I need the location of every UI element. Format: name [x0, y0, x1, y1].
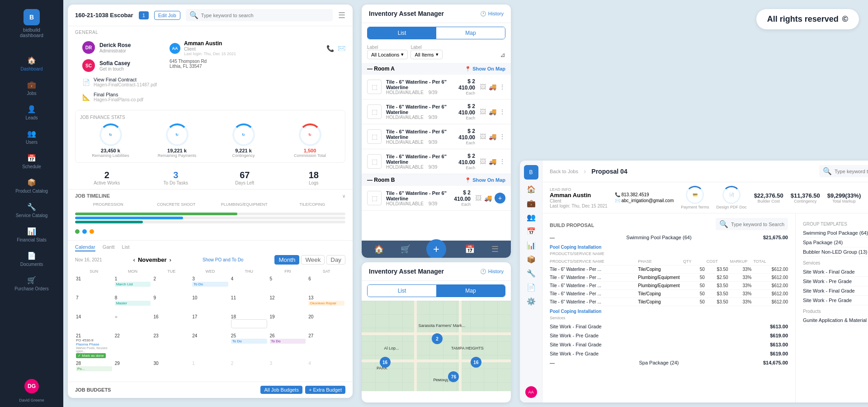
sidebar-item-service-catalog[interactable]: 🔧 Service Catalog: [0, 198, 63, 222]
show-po-label[interactable]: Show PO and To Do: [203, 257, 243, 262]
show-on-map-b[interactable]: 📍 Show On Map: [465, 177, 505, 183]
prop-side-schedule-icon[interactable]: 📅: [527, 227, 536, 236]
truck-icon-b1[interactable]: 🚚: [484, 194, 492, 202]
cal-day-19[interactable]: 19: [269, 313, 307, 331]
truck-icon-a1[interactable]: 🚚: [489, 83, 496, 90]
prop-side-box-icon[interactable]: 📦: [527, 255, 536, 264]
cal-day-7[interactable]: 7: [75, 294, 113, 312]
all-job-budgets-btn[interactable]: All Job Budgets: [260, 386, 302, 394]
view-week-btn[interactable]: Week: [301, 255, 325, 265]
email-icon[interactable]: ✉️: [338, 45, 345, 52]
cal-day-17[interactable]: 17: [191, 313, 229, 331]
cal-day-16[interactable]: 16: [152, 313, 190, 331]
tab-gantt[interactable]: Gantt: [103, 244, 115, 251]
sidebar-item-schedule[interactable]: 📅 Schedule: [0, 149, 63, 174]
cal-day-2[interactable]: 2: [152, 275, 190, 293]
prop-side-briefcase-icon[interactable]: 💼: [527, 199, 536, 208]
cal-day-dec-2[interactable]: 2: [230, 360, 268, 378]
cal-day-13[interactable]: 13Okonkwo Repair: [307, 294, 345, 312]
prop-side-home-icon[interactable]: 🏠: [527, 185, 536, 194]
proposal-search-input[interactable]: [835, 169, 868, 174]
view-day-btn[interactable]: Day: [326, 255, 345, 265]
filter-dropdown-2[interactable]: All Items ▾: [410, 50, 442, 59]
image-icon-a2[interactable]: 🖼: [480, 108, 486, 115]
nav-cart-icon[interactable]: 🛒: [401, 244, 410, 254]
cal-day-22[interactable]: 22: [114, 332, 152, 359]
show-on-map-a[interactable]: 📍 Show On Map: [465, 66, 505, 72]
prop-side-chart-icon[interactable]: 📊: [527, 241, 536, 250]
view-contract-file[interactable]: 📄 View Final Contract Hagen-FinalContrac…: [75, 75, 164, 90]
cal-day-25[interactable]: 25To Do: [230, 332, 268, 359]
cal-day-dec-3[interactable]: 3: [269, 360, 307, 378]
filter-dropdown-1[interactable]: All Locations ▾: [367, 50, 408, 59]
mark-done-btn[interactable]: ✓ Mark as done: [76, 353, 106, 358]
menu-icon[interactable]: ☰: [338, 10, 345, 20]
more-icon-a3[interactable]: ⋮: [499, 133, 505, 140]
inv-history-bottom[interactable]: 🕐 History: [480, 269, 504, 274]
cal-day-20[interactable]: 20: [307, 313, 345, 331]
sidebar-item-purchase-orders[interactable]: 🛒 Purchase Orders: [0, 271, 63, 296]
cal-day-26[interactable]: 26To Do: [269, 332, 307, 359]
nav-calendar-icon[interactable]: 📅: [465, 244, 475, 254]
cal-next-btn[interactable]: ›: [170, 256, 171, 263]
prop-side-settings-icon[interactable]: ⚙️: [527, 297, 536, 306]
cal-day-dec-1[interactable]: 1: [191, 360, 229, 378]
nav-home-icon[interactable]: 🏠: [374, 244, 384, 254]
cal-day-6[interactable]: 6: [307, 275, 345, 293]
cal-day-24[interactable]: 24: [191, 332, 229, 359]
new-button[interactable]: 1: [139, 11, 149, 19]
cal-day-5[interactable]: 5: [269, 275, 307, 293]
prop-breadcrumb[interactable]: Back to Jobs: [550, 169, 578, 174]
extra-budget-btn[interactable]: + Extra Budget: [305, 386, 345, 394]
inv-tab-map-top[interactable]: Map: [436, 27, 505, 39]
cal-day-30[interactable]: 30: [152, 360, 190, 378]
inv-history-top[interactable]: 🕐 History: [480, 11, 504, 17]
prop-side-doc-icon[interactable]: 📄: [527, 283, 536, 292]
map-pin-2[interactable]: 2: [432, 333, 443, 344]
sidebar-item-dashboard[interactable]: 🏠 Dashboard: [0, 52, 63, 76]
timeline-expand[interactable]: ∨: [342, 194, 345, 199]
inv-tab-map-bottom[interactable]: Map: [436, 285, 505, 297]
prop-side-avatar[interactable]: AA: [525, 386, 537, 398]
sidebar-item-jobs[interactable]: 💼 Jobs: [0, 76, 63, 100]
cal-day-31[interactable]: 31: [75, 275, 113, 293]
search-input[interactable]: [201, 13, 329, 18]
more-icon-a2[interactable]: ⋮: [499, 108, 505, 115]
cal-day-23[interactable]: 23: [152, 332, 190, 359]
cal-day-4[interactable]: 4: [230, 275, 268, 293]
phone-icon[interactable]: 📞: [326, 45, 334, 52]
view-month-btn[interactable]: Month: [274, 255, 299, 265]
sidebar-item-users[interactable]: 👥 Users: [0, 125, 63, 149]
image-icon-b1[interactable]: 🖼: [475, 194, 481, 202]
fab-add-btn[interactable]: +: [426, 239, 446, 258]
cal-day-10[interactable]: 10: [191, 294, 229, 312]
edit-job-button[interactable]: Edit Job: [154, 11, 180, 20]
cal-day-15[interactable]: ○: [114, 313, 152, 331]
add-item-btn-b[interactable]: +: [495, 193, 505, 204]
cal-day-3[interactable]: 3To Do: [191, 275, 229, 293]
map-pin-1[interactable]: 16: [380, 357, 391, 368]
nav-menu-icon[interactable]: ☰: [491, 244, 499, 254]
cal-day-9[interactable]: 9: [152, 294, 190, 312]
cal-day-18[interactable]: 18: [230, 313, 268, 331]
image-icon-a3[interactable]: 🖼: [480, 133, 486, 140]
more-icon-a4[interactable]: ⋮: [499, 158, 505, 165]
cal-day-28[interactable]: 28Po...: [75, 360, 113, 378]
inv-tab-list-top[interactable]: List: [368, 27, 436, 39]
prop-side-tool-icon[interactable]: 🔧: [527, 269, 536, 278]
image-icon-a1[interactable]: 🖼: [480, 83, 486, 90]
cal-day-12[interactable]: 12: [269, 294, 307, 312]
cal-day-8[interactable]: 8Master: [114, 294, 152, 312]
more-icon-a1[interactable]: ⋮: [499, 83, 505, 90]
map-pin-3[interactable]: 16: [471, 357, 481, 368]
sidebar-item-leads[interactable]: 👤 Leads: [0, 100, 63, 125]
cal-day-21[interactable]: 21PO 4530-frPlasma PhaseWahoo Pools, foc…: [75, 332, 113, 359]
sidebar-item-financial[interactable]: 📊 Financial Stats: [0, 222, 63, 247]
sidebar-item-product-catalog[interactable]: 📦 Product Catalog: [0, 174, 63, 198]
tab-list[interactable]: List: [122, 244, 130, 251]
truck-icon-a3[interactable]: 🚚: [489, 133, 496, 140]
cal-day-29[interactable]: 29: [114, 360, 152, 378]
cal-day-27[interactable]: 27: [307, 332, 345, 359]
search-group-input[interactable]: [731, 222, 784, 227]
cal-day-11[interactable]: 11: [230, 294, 268, 312]
